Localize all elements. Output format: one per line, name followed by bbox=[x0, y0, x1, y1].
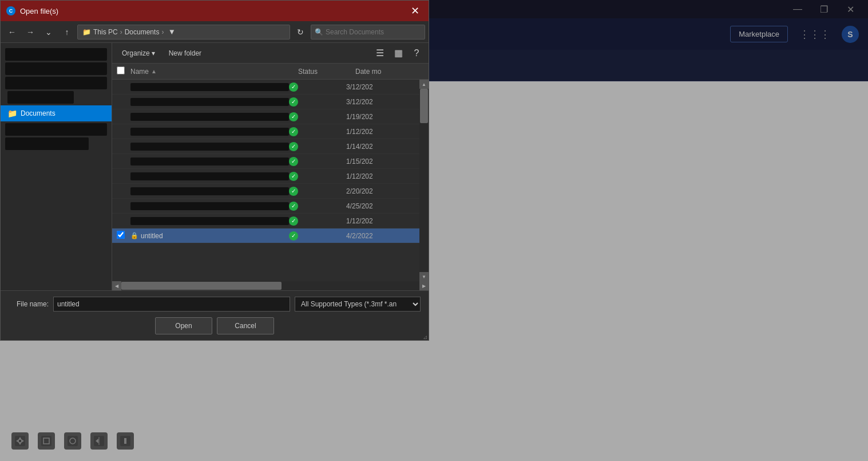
scroll-up-button[interactable]: ▲ bbox=[419, 80, 429, 89]
breadcrumb-sep-1: › bbox=[120, 28, 122, 36]
nav-item-redacted-3 bbox=[5, 77, 107, 89]
status-badge: ✓ bbox=[289, 231, 298, 241]
open-button[interactable]: Open bbox=[155, 317, 212, 334]
dialog-nav-bar: ← → ⌄ ↑ 📁 This PC › Documents › ▼ ↻ 🔍 bbox=[1, 21, 429, 43]
dialog-content: 📁 Documents Organize ▾ New folder ☰ ▦ bbox=[1, 43, 429, 290]
row-date: 1/12/202 bbox=[346, 217, 415, 225]
nav-up-button[interactable]: ↑ bbox=[59, 24, 75, 40]
breadcrumb-bar[interactable]: 📁 This PC › Documents › ▼ bbox=[77, 25, 290, 40]
cancel-button[interactable]: Cancel bbox=[217, 317, 274, 334]
view-help-button[interactable]: ? bbox=[409, 46, 424, 61]
nav-item-redacted-5 bbox=[5, 123, 107, 136]
dialog-close-button[interactable]: ✕ bbox=[407, 3, 423, 19]
file-rows-container: ✓3/12/202✓3/12/202✓1/19/202✓1/12/202✓1/1… bbox=[112, 80, 429, 281]
scroll-down-button[interactable]: ▼ bbox=[419, 272, 429, 281]
row-date: 3/12/202 bbox=[346, 98, 415, 106]
row-status: ✓ bbox=[289, 112, 346, 121]
nav-item-redacted-1 bbox=[5, 48, 107, 61]
dialog-resize-handle[interactable]: ⊿ bbox=[422, 333, 429, 340]
row-status: ✓ bbox=[289, 97, 346, 107]
row-status: ✓ bbox=[289, 172, 346, 181]
filetype-select[interactable]: All Supported Types (*.3mf *.an3MF Files… bbox=[295, 297, 421, 312]
row-name-redacted bbox=[130, 172, 289, 180]
row-checkbox[interactable] bbox=[117, 231, 125, 239]
status-badge: ✓ bbox=[289, 82, 298, 92]
select-all-checkbox[interactable] bbox=[117, 66, 125, 74]
header-check[interactable] bbox=[117, 66, 130, 76]
row-name-redacted bbox=[130, 83, 289, 91]
dialog-title-text: Open file(s) bbox=[20, 7, 402, 15]
new-folder-button[interactable]: New folder bbox=[164, 46, 207, 61]
row-date: 3/12/202 bbox=[346, 83, 415, 91]
horizontal-scrollbar[interactable]: ◀ ▶ bbox=[112, 281, 429, 290]
file-row[interactable]: ✓1/15/202 bbox=[112, 154, 419, 169]
status-badge: ✓ bbox=[289, 216, 298, 226]
dialog-app-icon: C bbox=[6, 6, 15, 15]
new-folder-label: New folder bbox=[169, 49, 201, 57]
file-row[interactable]: ✓2/20/202 bbox=[112, 184, 419, 199]
status-header-label: Status bbox=[298, 68, 318, 76]
organize-label: Organize bbox=[122, 49, 150, 57]
row-status: ✓ bbox=[289, 127, 346, 136]
view-details-button[interactable]: ▦ bbox=[391, 46, 406, 61]
row-date: 1/12/202 bbox=[346, 172, 415, 180]
row-status: ✓ bbox=[289, 216, 346, 226]
row-date: 1/19/202 bbox=[346, 113, 415, 121]
row-status: ✓ bbox=[289, 187, 346, 196]
nav-item-redacted-2 bbox=[5, 62, 107, 75]
row-status: ✓ bbox=[289, 142, 346, 151]
status-badge: ✓ bbox=[289, 202, 298, 211]
status-badge: ✓ bbox=[289, 97, 298, 107]
filename-label: File name: bbox=[9, 300, 49, 308]
header-name[interactable]: Name ▲ bbox=[130, 68, 298, 76]
header-date[interactable]: Date mo bbox=[355, 68, 424, 76]
file-list-area: Organize ▾ New folder ☰ ▦ ? Name ▲ bbox=[112, 43, 429, 290]
header-status[interactable]: Status bbox=[298, 68, 355, 76]
dialog-actions: Open Cancel bbox=[9, 317, 421, 334]
breadcrumb-dropdown[interactable]: ▼ bbox=[166, 26, 177, 38]
nav-back-button[interactable]: ← bbox=[4, 24, 20, 40]
nav-recent-button[interactable]: ⌄ bbox=[41, 24, 57, 40]
status-badge: ✓ bbox=[289, 127, 298, 136]
row-checkbox-cell bbox=[117, 231, 130, 241]
file-row[interactable]: 🔒untitled✓4/2/2022 bbox=[112, 228, 419, 243]
file-row[interactable]: ✓1/19/202 bbox=[112, 109, 419, 124]
row-date: 2/20/202 bbox=[346, 187, 415, 195]
file-lock-icon: 🔒 bbox=[130, 232, 138, 239]
file-row[interactable]: ✓1/12/202 bbox=[112, 124, 419, 139]
file-row[interactable]: ✓3/12/202 bbox=[112, 80, 419, 94]
h-scroll-thumb[interactable] bbox=[121, 282, 282, 290]
vertical-scrollbar[interactable]: ▲ ▼ bbox=[419, 80, 429, 281]
organize-button[interactable]: Organize ▾ bbox=[117, 46, 160, 61]
nav-item-documents[interactable]: 📁 Documents bbox=[1, 105, 112, 121]
row-status: ✓ bbox=[289, 157, 346, 166]
row-status: ✓ bbox=[289, 82, 346, 92]
row-name-redacted bbox=[130, 143, 289, 151]
scroll-track[interactable] bbox=[419, 89, 429, 272]
file-row[interactable]: ✓1/14/202 bbox=[112, 139, 419, 154]
scroll-left-button[interactable]: ◀ bbox=[112, 281, 121, 290]
h-scroll-track[interactable] bbox=[121, 281, 419, 290]
breadcrumb-documents[interactable]: Documents bbox=[125, 28, 160, 36]
breadcrumb-this-pc[interactable]: This PC bbox=[93, 28, 118, 36]
nav-item-redacted-4 bbox=[7, 91, 74, 104]
nav-refresh-button[interactable]: ↻ bbox=[292, 24, 308, 40]
documents-folder-icon: 📁 bbox=[7, 109, 17, 118]
search-input[interactable] bbox=[326, 28, 421, 36]
file-name-text: untitled bbox=[141, 232, 163, 240]
file-row[interactable]: ✓1/12/202 bbox=[112, 169, 419, 184]
open-file-dialog: C Open file(s) ✕ ← → ⌄ ↑ 📁 This PC › Doc… bbox=[0, 0, 429, 341]
nav-item-redacted-6 bbox=[5, 137, 89, 150]
nav-forward-button[interactable]: → bbox=[22, 24, 38, 40]
row-name-redacted bbox=[130, 113, 289, 121]
scroll-thumb[interactable] bbox=[420, 89, 428, 123]
view-list-button[interactable]: ☰ bbox=[372, 46, 387, 61]
row-date: 1/15/202 bbox=[346, 157, 415, 166]
scroll-right-button[interactable]: ▶ bbox=[419, 281, 429, 290]
file-row[interactable]: ✓3/12/202 bbox=[112, 94, 419, 109]
file-row[interactable]: ✓1/12/202 bbox=[112, 214, 419, 228]
row-name-redacted bbox=[130, 202, 289, 210]
filename-input[interactable] bbox=[53, 297, 290, 312]
file-row[interactable]: ✓4/25/202 bbox=[112, 199, 419, 214]
dialog-bottom: File name: All Supported Types (*.3mf *.… bbox=[1, 290, 429, 340]
